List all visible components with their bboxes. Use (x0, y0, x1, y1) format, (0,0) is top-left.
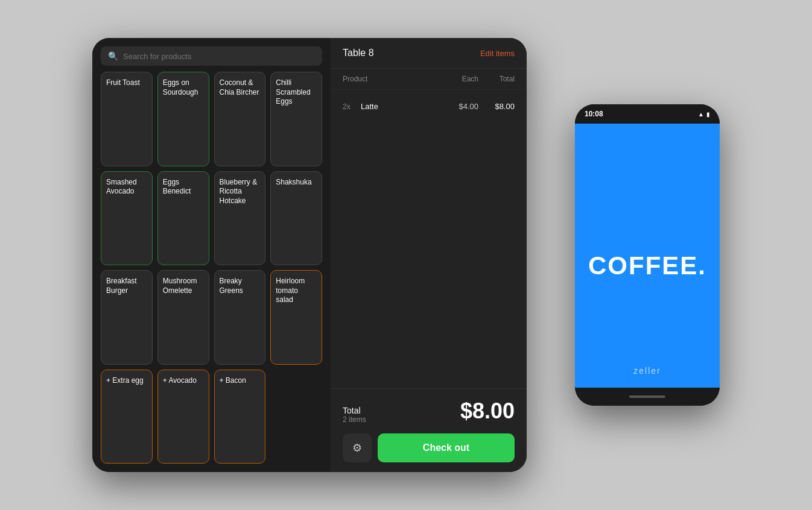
order-panel: Table 8 Edit items Product Each Total 2x… (331, 38, 527, 472)
search-bar[interactable]: 🔍 (101, 46, 322, 66)
product-button[interactable]: + Extra egg (101, 370, 153, 464)
product-panel: 🔍 Fruit ToastEggs on SourdoughCoconut & … (92, 38, 331, 472)
item-name: Latte (361, 102, 442, 111)
scene: 🔍 Fruit ToastEggs on SourdoughCoconut & … (92, 38, 720, 472)
phone-status-icons: ▲ ▮ (698, 111, 710, 118)
col-total-header: Total (478, 75, 515, 83)
item-qty: 2x (343, 102, 361, 111)
total-section: Total 2 items $8.00 (343, 398, 515, 424)
wifi-icon: ▲ (698, 111, 704, 118)
product-grid: Fruit ToastEggs on SourdoughCoconut & Ch… (101, 72, 322, 464)
phone-bottom-bar (575, 388, 720, 406)
edit-items-button[interactable]: Edit items (480, 49, 515, 58)
phone-notch (623, 104, 671, 116)
product-button[interactable]: Breakfast Burger (101, 270, 153, 365)
phone-device: 10:08 ▲ ▮ EITHER DAY COFFEE. zeller (575, 104, 720, 406)
product-button[interactable]: Coconut & Chia Bircher (214, 72, 266, 166)
search-icon: 🔍 (108, 51, 118, 61)
product-button[interactable]: Eggs on Sourdough (157, 72, 209, 166)
search-input[interactable] (123, 52, 315, 61)
settings-button[interactable]: ⚙ (343, 433, 372, 462)
col-each-header: Each (442, 75, 478, 83)
product-button[interactable]: + Avocado (157, 370, 209, 464)
gear-icon: ⚙ (352, 441, 362, 455)
product-button[interactable]: Eggs Benedict (157, 171, 209, 266)
phone-time: 10:08 (585, 110, 603, 118)
table-label: Table 8 (343, 48, 374, 58)
total-amount: $8.00 (460, 398, 515, 424)
items-count: 2 items (343, 415, 366, 424)
order-footer: Total 2 items $8.00 ⚙ Check out (331, 388, 527, 472)
phone-screen: EITHER DAY COFFEE. zeller (575, 124, 720, 388)
col-product-header: Product (343, 75, 442, 83)
product-button[interactable]: Shakshuka (270, 171, 322, 266)
product-button[interactable]: Breaky Greens (214, 270, 266, 365)
product-button[interactable]: Mushroom Omelette (157, 270, 209, 365)
total-label-group: Total 2 items (343, 406, 366, 424)
home-indicator (629, 395, 665, 398)
order-items-list: 2x Latte $4.00 $8.00 (331, 90, 527, 388)
product-button[interactable]: Blueberry & Ricotta Hotcake (214, 171, 266, 266)
product-button[interactable]: Fruit Toast (101, 72, 153, 166)
product-button[interactable]: Heirloom tomato salad (270, 270, 322, 365)
checkout-button[interactable]: Check out (378, 433, 515, 462)
item-total: $8.00 (478, 102, 515, 111)
zeller-brand: zeller (633, 366, 661, 376)
item-each: $4.00 (442, 102, 478, 111)
tablet-device: 🔍 Fruit ToastEggs on SourdoughCoconut & … (92, 38, 527, 472)
product-button[interactable]: + Bacon (214, 370, 266, 464)
order-item: 2x Latte $4.00 $8.00 (343, 96, 515, 117)
order-columns-header: Product Each Total (331, 69, 527, 90)
total-label: Total (343, 406, 366, 415)
order-header: Table 8 Edit items (331, 38, 527, 69)
svg-text:EITHER DAY: EITHER DAY (623, 233, 673, 233)
product-button[interactable]: Smashed Avocado (101, 171, 153, 266)
arc-svg: EITHER DAY (617, 233, 677, 251)
battery-icon: ▮ (706, 111, 710, 118)
product-button[interactable]: Chilli Scrambled Eggs (270, 72, 322, 166)
action-buttons: ⚙ Check out (343, 433, 515, 462)
coffee-logo: EITHER DAY COFFEE. (588, 233, 706, 279)
coffee-text: COFFEE. (588, 253, 706, 279)
